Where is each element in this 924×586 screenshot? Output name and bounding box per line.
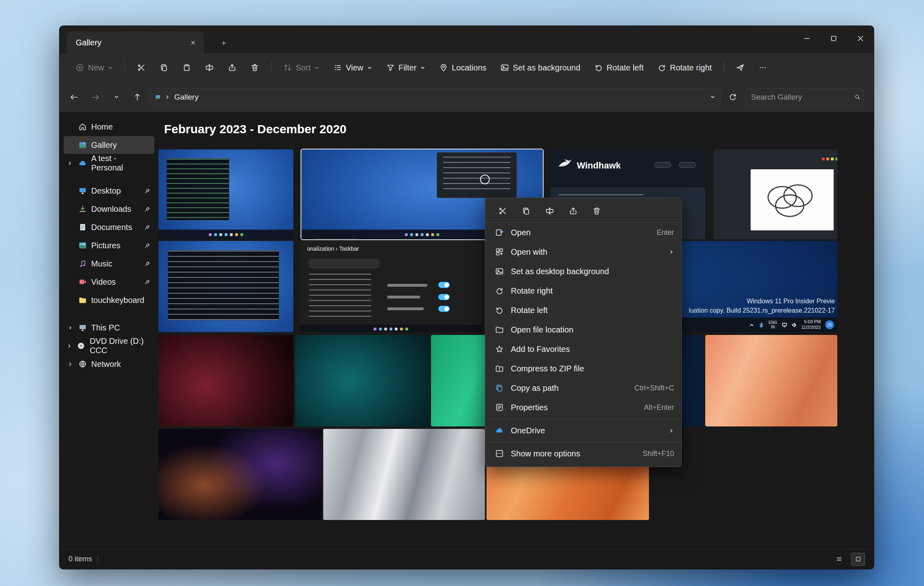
sidebar-item-downloads[interactable]: Downloads xyxy=(64,200,154,218)
sidebar-item-music[interactable]: Music xyxy=(64,255,154,273)
back-button[interactable] xyxy=(65,88,83,106)
filter-button[interactable]: Filter xyxy=(381,58,431,77)
sidebar-item-touchkeyboard[interactable]: touchkeyboard xyxy=(64,291,154,309)
refresh-button[interactable] xyxy=(724,88,742,106)
thumbnail-art xyxy=(168,250,279,320)
share-icon xyxy=(569,207,578,215)
context-menu-item-compress-to-zip[interactable]: Compress to ZIP file xyxy=(485,359,681,378)
thumbnail-view-button[interactable] xyxy=(851,553,865,566)
sort-button[interactable]: Sort xyxy=(278,58,325,77)
search-input[interactable] xyxy=(750,92,851,102)
recent-locations-button[interactable] xyxy=(107,88,125,106)
sidebar-item-network[interactable]: Network xyxy=(64,355,154,373)
sidebar-item-onedrive-personal[interactable]: A test - Personal xyxy=(64,154,154,172)
delete-button[interactable] xyxy=(589,204,604,218)
address-bar: Gallery xyxy=(60,82,874,113)
new-button[interactable]: New xyxy=(70,58,118,77)
close-button[interactable] xyxy=(847,26,874,51)
sidebar-item-home[interactable]: Home xyxy=(64,118,154,136)
toggle-on-icon xyxy=(438,294,450,300)
chevron-right-icon[interactable] xyxy=(67,161,73,166)
breadcrumb[interactable]: Gallery xyxy=(149,88,721,106)
copy-icon xyxy=(160,63,169,72)
sidebar-item-videos[interactable]: Videos xyxy=(64,273,154,291)
sidebar-item-desktop[interactable]: Desktop xyxy=(64,182,154,200)
onedrive-cloud-icon xyxy=(78,159,87,168)
cut-icon xyxy=(137,63,146,72)
gallery-thumbnail[interactable] xyxy=(705,335,837,426)
cut-button[interactable] xyxy=(495,204,510,218)
tray-badge: 25 xyxy=(825,320,834,329)
set-as-background-button[interactable]: Set as background xyxy=(495,58,586,77)
tab-gallery[interactable]: Gallery xyxy=(67,32,204,53)
chevron-right-icon[interactable] xyxy=(68,325,73,330)
context-menu-item-copy-as-path[interactable]: Copy as path Ctrl+Shift+C xyxy=(485,378,681,398)
context-menu-item-onedrive[interactable]: OneDrive xyxy=(485,421,681,440)
chevron-right-icon[interactable] xyxy=(68,362,73,367)
submenu-chevron-icon xyxy=(669,249,674,255)
chevron-right-icon[interactable] xyxy=(67,343,72,349)
minimize-button[interactable] xyxy=(794,26,820,51)
context-menu-item-open-with[interactable]: Open with xyxy=(485,242,681,262)
sidebar-item-dvd-drive[interactable]: DVD Drive (D:) CCC xyxy=(64,337,154,355)
explorer-body: Home Gallery A test - Personal Desktop xyxy=(60,113,874,549)
toggle-on-icon xyxy=(438,282,450,288)
copy-button[interactable] xyxy=(519,204,534,218)
copy-path-icon xyxy=(495,384,504,392)
rotate-left-button[interactable]: Rotate left xyxy=(589,58,649,77)
tab-close-icon[interactable] xyxy=(187,36,199,49)
context-menu-item-open-file-location[interactable]: Open file location xyxy=(485,320,681,339)
context-menu-item-show-more-options[interactable]: Show more options Shift+F10 xyxy=(485,444,681,463)
view-button[interactable]: View xyxy=(328,58,378,77)
rotate-right-button[interactable]: Rotate right xyxy=(652,58,717,77)
gallery-thumbnail[interactable] xyxy=(158,429,322,520)
context-menu-item-open[interactable]: Open Enter xyxy=(485,223,681,242)
send-button[interactable] xyxy=(730,58,750,77)
desktop-icon xyxy=(78,186,87,195)
sidebar-item-gallery[interactable]: Gallery xyxy=(64,136,154,154)
set-desktop-background-icon xyxy=(495,267,504,276)
delete-icon xyxy=(250,63,259,72)
rename-button[interactable] xyxy=(200,58,219,77)
see-more-button[interactable] xyxy=(753,58,772,77)
context-menu-item-set-as-desktop-background[interactable]: Set as desktop background xyxy=(485,262,681,281)
cut-button[interactable] xyxy=(132,58,151,77)
open-icon xyxy=(495,228,504,237)
copy-button[interactable] xyxy=(154,58,174,77)
share-button[interactable] xyxy=(222,58,242,77)
context-menu-item-rotate-right[interactable]: Rotate right xyxy=(485,281,681,300)
gallery-thumbnail[interactable] xyxy=(295,335,429,426)
up-icon xyxy=(133,93,142,102)
sidebar-item-this-pc[interactable]: This PC xyxy=(64,319,154,337)
context-menu-item-add-to-favorites[interactable]: Add to Favorites xyxy=(485,339,681,359)
share-icon xyxy=(228,63,237,72)
navigation-pane: Home Gallery A test - Personal Desktop xyxy=(60,113,158,549)
list-view-icon xyxy=(836,556,842,562)
rename-button[interactable] xyxy=(542,204,557,218)
new-tab-button[interactable] xyxy=(217,36,230,49)
forward-button[interactable] xyxy=(86,88,104,106)
search-icon xyxy=(854,94,860,100)
gallery-thumbnail[interactable] xyxy=(713,149,837,239)
sidebar-item-documents[interactable]: Documents xyxy=(64,218,154,236)
maximize-button[interactable] xyxy=(820,26,847,51)
watermark-line1: Windows 11 Pro Insider Previe xyxy=(689,297,835,306)
gallery-thumbnail[interactable] xyxy=(158,149,293,239)
context-menu-item-properties[interactable]: Properties Alt+Enter xyxy=(485,398,681,417)
breadcrumb-segment[interactable]: Gallery xyxy=(174,93,706,102)
gallery-thumbnail[interactable] xyxy=(323,429,485,520)
locations-button[interactable]: Locations xyxy=(434,58,492,77)
thumbnail-art xyxy=(437,152,517,198)
search-box xyxy=(745,88,863,106)
gallery-thumbnail-settings[interactable]: onalization › Taskbar xyxy=(300,241,482,332)
gallery-thumbnail[interactable] xyxy=(158,241,293,332)
context-menu-item-rotate-left[interactable]: Rotate left xyxy=(485,300,681,320)
paste-button[interactable] xyxy=(177,58,196,77)
up-button[interactable] xyxy=(128,88,146,106)
details-view-button[interactable] xyxy=(832,553,845,565)
gallery-thumbnail[interactable] xyxy=(158,335,293,426)
address-dropdown-chevron-icon[interactable] xyxy=(710,94,715,100)
share-button[interactable] xyxy=(565,204,581,218)
sidebar-item-pictures[interactable]: Pictures xyxy=(64,237,154,254)
delete-button[interactable] xyxy=(245,58,265,77)
